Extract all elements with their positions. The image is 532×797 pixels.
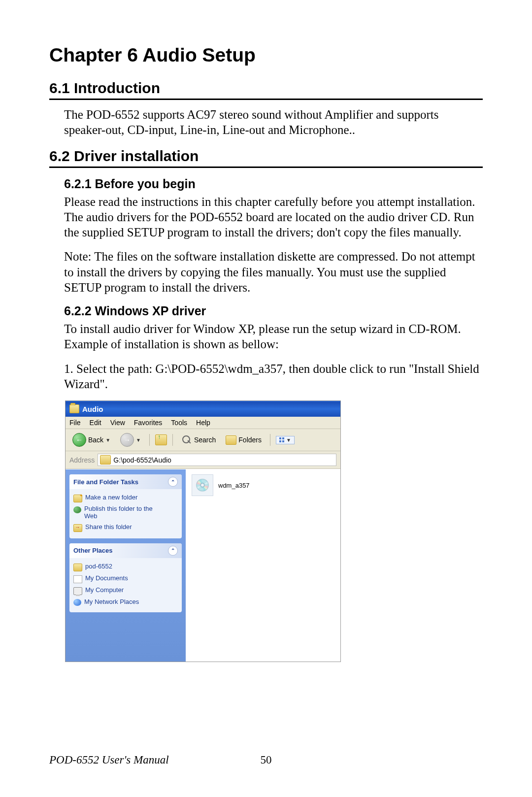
forward-arrow-icon: → [120, 433, 134, 447]
task-label: Make a new folder [85, 494, 137, 501]
section-6-1-body: The POD-6552 supports AC97 stereo sound … [64, 107, 483, 138]
xp-address-bar: Address G:\pod-6552\Audio [66, 451, 340, 469]
search-icon [181, 434, 192, 445]
xp-sidebar: File and Folder Tasks ⌃ Make a new folde… [66, 469, 186, 662]
address-input[interactable]: G:\pod-6552\Audio [98, 454, 336, 466]
folder-icon [73, 564, 82, 571]
file-label: wdm_a357 [218, 482, 250, 489]
folders-button[interactable]: Folders [223, 434, 265, 446]
task-label: Share this folder [85, 523, 132, 531]
collapse-icon[interactable]: ⌃ [168, 477, 178, 487]
section-6-2-heading: 6.2 Driver installation [49, 148, 483, 168]
toolbar-separator [149, 434, 150, 446]
panel-header[interactable]: Other Places ⌃ [69, 543, 182, 558]
views-button[interactable]: ▼ [276, 436, 295, 444]
xp-body: File and Folder Tasks ⌃ Make a new folde… [66, 469, 340, 662]
panel-header[interactable]: File and Folder Tasks ⌃ [69, 474, 182, 489]
place-pod-6552[interactable]: pod-6552 [73, 561, 178, 573]
xp-title: Audio [82, 405, 103, 413]
folder-open-icon [69, 404, 79, 413]
menu-edit[interactable]: Edit [90, 419, 101, 427]
task-share-folder[interactable]: Share this folder [73, 522, 178, 533]
back-button[interactable]: ← Back ▼ [69, 432, 113, 448]
place-label: My Computer [85, 586, 124, 594]
folder-icon [226, 435, 236, 445]
publish-icon [73, 506, 81, 513]
folder-icon [100, 455, 111, 465]
subsection-6-2-1-para2: Note: The files on the software installa… [64, 249, 483, 295]
xp-content-pane[interactable]: 💿 wdm_a357 [186, 469, 340, 662]
menu-file[interactable]: File [69, 419, 81, 427]
xp-titlebar[interactable]: Audio [66, 401, 340, 417]
views-grid-icon [279, 437, 284, 442]
new-folder-icon [73, 495, 82, 502]
search-button[interactable]: Search [178, 433, 219, 446]
footer-manual-name: POD-6552 User's Manual [49, 754, 169, 766]
chevron-down-icon: ▼ [286, 437, 291, 443]
computer-icon [73, 587, 82, 595]
task-publish-folder[interactable]: Publish this folder to theWeb [73, 504, 178, 522]
chapter-title: Chapter 6 Audio Setup [49, 44, 483, 66]
menu-tools[interactable]: Tools [171, 419, 187, 427]
subsection-6-2-1-para1: Please read the instructions in this cha… [64, 194, 483, 240]
toolbar-separator [270, 434, 270, 446]
menu-help[interactable]: Help [196, 419, 210, 427]
place-my-documents[interactable]: My Documents [73, 573, 178, 585]
chevron-down-icon: ▼ [136, 437, 141, 443]
installer-icon: 💿 [192, 474, 213, 496]
place-label: pod-6552 [85, 563, 112, 570]
chevron-down-icon: ▼ [105, 437, 110, 443]
menu-view[interactable]: View [110, 419, 125, 427]
folder-up-icon[interactable] [155, 434, 167, 445]
toolbar-separator [172, 434, 173, 446]
section-6-1-heading: 6.1 Introduction [49, 80, 483, 100]
panel-title: File and Folder Tasks [73, 478, 138, 486]
xp-explorer-window: Audio File Edit View Favorites Tools Hel… [65, 400, 341, 662]
panel-other-places: Other Places ⌃ pod-6552 My Documents [69, 543, 182, 612]
subsection-6-2-2-para2: 1. Select the path: G:\POD-6552\wdm_a357… [64, 361, 483, 392]
panel-title: Other Places [73, 547, 113, 554]
place-label: My Documents [85, 574, 128, 582]
xp-menubar: File Edit View Favorites Tools Help [66, 417, 340, 429]
forward-button[interactable]: → ▼ [117, 432, 144, 448]
address-label: Address [69, 456, 95, 464]
xp-toolbar: ← Back ▼ → ▼ Search Folders ▼ [66, 429, 340, 451]
subsection-6-2-2-heading: 6.2.2 Windows XP driver [64, 304, 483, 318]
document-icon [73, 575, 82, 583]
share-icon [73, 524, 82, 532]
network-icon [73, 599, 81, 606]
page-number: 50 [261, 754, 272, 766]
task-make-new-folder[interactable]: Make a new folder [73, 492, 178, 504]
task-label: Publish this folder to theWeb [84, 505, 153, 520]
subsection-6-2-2-para1: To install audio driver for Window XP, p… [64, 321, 483, 352]
address-path: G:\pod-6552\Audio [113, 456, 171, 464]
folders-label: Folders [238, 436, 262, 444]
panel-file-folder-tasks: File and Folder Tasks ⌃ Make a new folde… [69, 474, 182, 538]
place-my-computer[interactable]: My Computer [73, 585, 178, 597]
back-arrow-icon: ← [72, 433, 86, 447]
place-label: My Network Places [84, 598, 139, 605]
search-label: Search [194, 436, 216, 444]
place-my-network[interactable]: My Network Places [73, 597, 178, 607]
collapse-icon[interactable]: ⌃ [168, 546, 178, 556]
file-wdm-a357[interactable]: 💿 wdm_a357 [192, 474, 334, 496]
back-label: Back [88, 436, 103, 444]
subsection-6-2-1-heading: 6.2.1 Before you begin [64, 177, 483, 191]
menu-favorites[interactable]: Favorites [134, 419, 163, 427]
